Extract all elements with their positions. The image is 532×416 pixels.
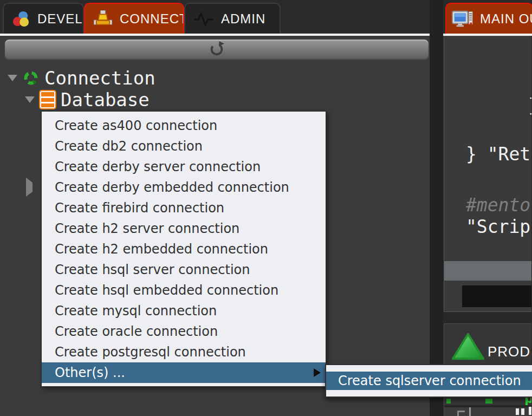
- clipped-glyph: [521, 408, 524, 415]
- monitor-icon: [452, 10, 473, 28]
- expand-arrow-icon[interactable]: [8, 75, 17, 81]
- expand-arrow-icon[interactable]: [25, 96, 35, 103]
- code-comment-line: #mento: [466, 194, 530, 216]
- pulse-icon: [194, 11, 213, 27]
- menu-item-create-derby-embedded[interactable]: Create derby embedded connection: [42, 177, 326, 198]
- palette-icon: [12, 10, 30, 28]
- clipped-glyph: [457, 411, 465, 416]
- menu-item-others[interactable]: Other(s) ...: [42, 362, 326, 383]
- others-submenu: Create sqlserver connection: [325, 364, 532, 398]
- refresh-icon: [209, 41, 225, 59]
- tree-item-connection[interactable]: Connection: [8, 67, 155, 89]
- prod-label: PROD: [488, 343, 530, 360]
- menu-item-create-h2-server[interactable]: Create h2 server connection: [42, 218, 326, 239]
- tree-item-label: Connection: [44, 67, 155, 89]
- clipped-tree-fragment: [446, 399, 451, 404]
- tabbar-underline: [0, 34, 430, 36]
- clipped-glyph: [516, 408, 519, 415]
- tab-main-output-label: MAIN OU: [480, 11, 532, 27]
- menu-item-create-mysql[interactable]: Create mysql connection: [42, 301, 326, 321]
- right-tabbar: MAIN OU: [443, 0, 532, 36]
- tabbar-underline: [443, 34, 532, 36]
- tree-item-database[interactable]: Database: [25, 89, 150, 110]
- clipped-glyph: [469, 407, 471, 416]
- output-panel: MAIN OU } } "Ret #mento "Scrip: [443, 0, 532, 416]
- tree-collapsed-node[interactable]: [26, 183, 33, 192]
- database-icon: [40, 91, 55, 108]
- tab-connect-label: CONNECT: [120, 11, 184, 27]
- menu-item-create-db2[interactable]: Create db2 connection: [42, 136, 326, 157]
- menu-item-create-hsql-embedded[interactable]: Create hsql embedded connection: [42, 280, 326, 301]
- prod-triangle-icon: [451, 332, 485, 364]
- console-block: [462, 285, 531, 307]
- panel-splitter[interactable]: [430, 0, 443, 416]
- code-line: } "Ret: [466, 144, 530, 165]
- connection-icon: [23, 70, 39, 86]
- tab-main-output[interactable]: MAIN OU: [445, 3, 532, 34]
- code-line: "Scrip: [466, 216, 530, 237]
- clipped-glyph: [529, 407, 531, 415]
- tab-connect[interactable]: CONNECT: [84, 3, 184, 34]
- refresh-button[interactable]: [4, 39, 429, 61]
- menu-item-create-derby-server[interactable]: Create derby server connection: [42, 157, 326, 177]
- script-output-view: } } "Ret #mento "Scrip: [444, 36, 531, 312]
- menu-item-create-oracle[interactable]: Create oracle connection: [42, 321, 326, 342]
- submenu-arrow-icon: [314, 368, 321, 377]
- code-line: }: [528, 95, 531, 116]
- menu-item-others-label: Other(s) ...: [55, 365, 125, 380]
- tree-item-label: Database: [61, 89, 150, 110]
- tab-devel-label: DEVEL: [37, 11, 83, 27]
- tab-devel[interactable]: DEVEL: [3, 3, 84, 34]
- menu-item-create-h2-embedded[interactable]: Create h2 embedded connection: [42, 239, 326, 259]
- menu-item-create-firebird[interactable]: Create firebird connection: [42, 198, 326, 218]
- menu-item-create-hsql-server[interactable]: Create hsql server connection: [42, 259, 326, 280]
- collapse-arrow-icon: [26, 178, 33, 197]
- menu-item-create-sqlserver[interactable]: Create sqlserver connection: [326, 372, 532, 390]
- tab-admin[interactable]: ADMIN: [184, 3, 281, 34]
- horizontal-scrollbar[interactable]: [444, 261, 531, 281]
- left-tabbar: DEVEL CONNECT: [0, 0, 430, 36]
- menu-item-create-as400[interactable]: Create as400 connection: [42, 115, 326, 136]
- database-context-menu: Create as400 connection Create db2 conne…: [41, 111, 326, 387]
- tab-admin-label: ADMIN: [221, 11, 265, 27]
- connector-icon: [94, 10, 112, 28]
- app-window: DEVEL CONNECT: [0, 0, 532, 416]
- clipped-tree-fragment: [485, 399, 492, 404]
- menu-item-create-postgresql[interactable]: Create postgresql connection: [42, 342, 326, 362]
